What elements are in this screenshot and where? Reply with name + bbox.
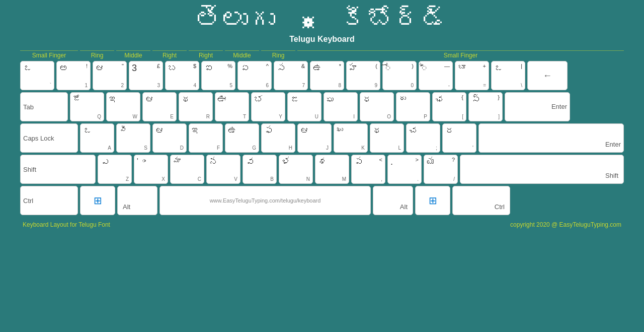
top-row: Tab జో Q ఇ W ఆ E థ R ఊ T భ Y జ U bbox=[20, 92, 624, 121]
title-english: Telugu Keyboard bbox=[0, 35, 644, 44]
finger-label-ring-right: Ring bbox=[261, 50, 295, 60]
key-p[interactable]: థు P bbox=[396, 92, 430, 121]
key-c[interactable]: మా C bbox=[170, 155, 204, 184]
key-l[interactable]: థ L bbox=[370, 123, 404, 153]
key-comma[interactable]: < ప , bbox=[351, 155, 385, 184]
key-r[interactable]: థ R bbox=[179, 92, 213, 121]
win-right-key[interactable]: ⊞ bbox=[415, 186, 450, 215]
key-y[interactable]: భ Y bbox=[251, 92, 285, 121]
backspace-key[interactable]: ← bbox=[527, 61, 568, 90]
key-v[interactable]: న V bbox=[206, 155, 240, 184]
title-telugu: తెలుగు ☸ కీబోర్డ్ bbox=[0, 5, 644, 34]
key-2[interactable]: " ఆ 2 bbox=[93, 61, 127, 90]
key-quote[interactable]: ర ' bbox=[442, 123, 476, 153]
enter-key-bottom[interactable]: Enter bbox=[478, 123, 624, 153]
key-m[interactable]: శ M bbox=[315, 155, 349, 184]
finger-label-right1: Right bbox=[152, 50, 187, 60]
finger-label-middle-left: Middle bbox=[116, 50, 150, 60]
key-7[interactable]: & స 7 bbox=[274, 61, 308, 90]
key-b[interactable]: వ B bbox=[243, 155, 277, 184]
key-slash[interactable]: ? య / bbox=[424, 155, 458, 184]
finger-labels: Small Finger Ring Middle Right Right Mid… bbox=[20, 50, 624, 60]
ctrl-right-key[interactable]: Ctrl bbox=[452, 186, 510, 215]
alt-right-key[interactable]: Alt bbox=[373, 186, 413, 215]
key-f[interactable]: ఇ F bbox=[189, 123, 223, 153]
home-row: Caps Lock ఒ A వీ S ఆ D ఇ F ఉ G ఫ H ఆ J bbox=[20, 123, 624, 153]
finger-label-middle-right: Middle bbox=[225, 50, 259, 60]
key-8[interactable]: * ఉ 8 bbox=[310, 61, 344, 90]
bottom-row: Shift ఎ Z ' ం X మా C న V వ B ళ N శ M bbox=[20, 155, 624, 184]
finger-label-small-left: Small Finger bbox=[20, 50, 78, 60]
space-key[interactable]: www.EasyTeluguTyping.com/telugu/keyboard bbox=[159, 186, 371, 215]
key-j[interactable]: ఆ J bbox=[297, 123, 332, 153]
key-equals[interactable]: + బూ = bbox=[455, 61, 489, 90]
key-1[interactable]: ! అ 1 bbox=[56, 61, 91, 90]
tab-key[interactable]: Tab bbox=[20, 92, 68, 121]
key-o[interactable]: ధ O bbox=[360, 92, 394, 121]
key-w[interactable]: ఇ W bbox=[106, 92, 140, 121]
key-k[interactable]: ఖు K bbox=[334, 123, 368, 153]
key-h[interactable]: ఫ H bbox=[261, 123, 295, 153]
key-q[interactable]: జో Q bbox=[70, 92, 104, 121]
shift-right-key[interactable]: Shift bbox=[460, 155, 624, 184]
footer-left: Keyboard Layout for Telugu Font bbox=[23, 221, 110, 228]
key-t[interactable]: ఊ T bbox=[215, 92, 249, 121]
key-6[interactable]: ^ ఏ 6 bbox=[237, 61, 272, 90]
key-3[interactable]: £ 3 3 bbox=[129, 61, 163, 90]
key-backslash[interactable]: | ఒ \ bbox=[491, 61, 525, 90]
key-e[interactable]: ఆ E bbox=[142, 92, 177, 121]
header: తెలుగు ☸ కీబోర్డ్ Telugu Keyboard bbox=[0, 0, 644, 46]
shift-left-key[interactable]: Shift bbox=[20, 155, 96, 184]
finger-label-right2: Right bbox=[189, 50, 223, 60]
key-lbracket[interactable]: { ఛ [ bbox=[432, 92, 466, 121]
key-period[interactable]: > . . bbox=[387, 155, 422, 184]
key-9[interactable]: ( హ 9 bbox=[346, 61, 380, 90]
key-d[interactable]: ఆ D bbox=[152, 123, 187, 153]
footer-right: copyright 2020 @ EasyTeluguTyping.com bbox=[510, 221, 621, 228]
key-i[interactable]: ఘ I bbox=[324, 92, 358, 121]
key-semicolon[interactable]: చ ; bbox=[406, 123, 440, 153]
space-row: Ctrl ⊞ Alt www.EasyTeluguTyping.com/telu… bbox=[20, 186, 624, 215]
alt-left-key[interactable]: Alt bbox=[117, 186, 157, 215]
key-4[interactable]: $ బ 4 bbox=[165, 61, 199, 90]
key-5[interactable]: % ఐ 5 bbox=[201, 61, 235, 90]
key-n[interactable]: ళ N bbox=[279, 155, 313, 184]
footer: Keyboard Layout for Telugu Font copyrigh… bbox=[0, 217, 644, 228]
key-0[interactable]: ) ో 0 bbox=[382, 61, 417, 90]
key-minus[interactable]: — ీ - bbox=[419, 61, 453, 90]
key-a[interactable]: ఒ A bbox=[80, 123, 114, 153]
key-x[interactable]: ' ం X bbox=[134, 155, 168, 184]
ctrl-left-key[interactable]: Ctrl bbox=[20, 186, 78, 215]
key-z[interactable]: ఎ Z bbox=[98, 155, 132, 184]
enter-key[interactable]: Enter bbox=[505, 92, 570, 121]
win-left-key[interactable]: ⊞ bbox=[80, 186, 115, 215]
key-u[interactable]: జ U bbox=[287, 92, 321, 121]
caps-lock-key[interactable]: Caps Lock bbox=[20, 123, 78, 153]
finger-label-ring-left: Ring bbox=[80, 50, 114, 60]
number-row: ఒ ` ! అ 1 " ఆ 2 £ 3 3 $ బ 4 % ఐ 5 ^ bbox=[20, 61, 624, 90]
keyboard-container: Small Finger Ring Middle Right Right Mid… bbox=[0, 50, 644, 215]
key-g[interactable]: ఉ G bbox=[225, 123, 259, 153]
finger-label-small-right: Small Finger bbox=[297, 50, 624, 60]
key-backtick[interactable]: ఒ ` bbox=[20, 61, 54, 90]
key-s[interactable]: వీ S bbox=[116, 123, 150, 153]
key-rbracket[interactable]: } స్ ] bbox=[468, 92, 503, 121]
